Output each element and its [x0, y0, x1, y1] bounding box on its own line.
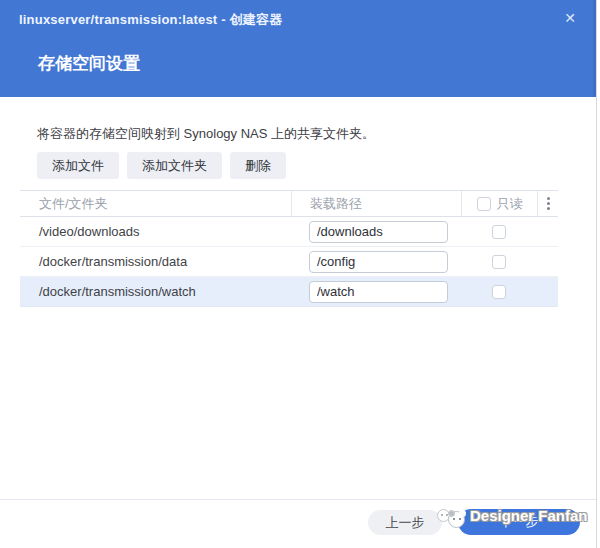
dialog-footer: 上一步 下一步 Designer Fanfan: [0, 499, 596, 548]
toolbar: 添加文件 添加文件夹 删除: [37, 152, 286, 179]
file-path-cell: /docker/transmission/watch: [20, 284, 291, 299]
column-header-readonly: 只读: [461, 191, 537, 216]
mount-path-input[interactable]: [309, 221, 448, 243]
delete-button[interactable]: 删除: [230, 152, 286, 179]
add-file-button[interactable]: 添加文件: [37, 152, 119, 179]
create-container-dialog: linuxserver/transmission:latest - 创建容器 ✕…: [0, 0, 597, 548]
table-header-row: 文件/文件夹 装载路径 只读: [20, 190, 558, 217]
previous-step-button[interactable]: 上一步: [368, 510, 442, 535]
mount-path-cell: [291, 251, 461, 273]
table-row-selected[interactable]: /docker/transmission/watch: [20, 277, 558, 307]
file-path-cell: /video/downloads: [20, 224, 291, 239]
table-row[interactable]: /video/downloads: [20, 217, 558, 247]
description-text: 将容器的存储空间映射到 Synology NAS 上的共享文件夹。: [37, 125, 375, 143]
readonly-cell: [461, 225, 537, 239]
mount-path-cell: [291, 281, 461, 303]
next-step-button[interactable]: 下一步: [458, 509, 580, 535]
dialog-title: linuxserver/transmission:latest - 创建容器: [19, 11, 282, 29]
readonly-checkbox[interactable]: [492, 285, 506, 299]
screen: linuxserver/transmission:latest - 创建容器 ✕…: [0, 0, 600, 548]
readonly-select-all-checkbox[interactable]: [477, 197, 491, 211]
mount-path-input[interactable]: [309, 251, 448, 273]
table-row[interactable]: /docker/transmission/data: [20, 247, 558, 277]
dialog-header: linuxserver/transmission:latest - 创建容器 ✕…: [0, 0, 596, 97]
file-path-cell: /docker/transmission/data: [20, 254, 291, 269]
more-options-icon: [547, 197, 550, 200]
section-title: 存储空间设置: [38, 52, 140, 75]
column-header-mount-path[interactable]: 装载路径: [291, 191, 461, 216]
readonly-cell: [461, 285, 537, 299]
readonly-checkbox[interactable]: [492, 255, 506, 269]
readonly-cell: [461, 255, 537, 269]
readonly-header-label: 只读: [497, 195, 523, 213]
readonly-checkbox[interactable]: [492, 225, 506, 239]
mount-path-input[interactable]: [309, 281, 448, 303]
mount-path-cell: [291, 221, 461, 243]
add-folder-button[interactable]: 添加文件夹: [127, 152, 222, 179]
column-header-file[interactable]: 文件/文件夹: [20, 191, 291, 216]
column-menu[interactable]: [537, 191, 558, 216]
volume-table: 文件/文件夹 装载路径 只读 /video/downloads: [20, 190, 558, 307]
close-icon[interactable]: ✕: [564, 10, 576, 26]
